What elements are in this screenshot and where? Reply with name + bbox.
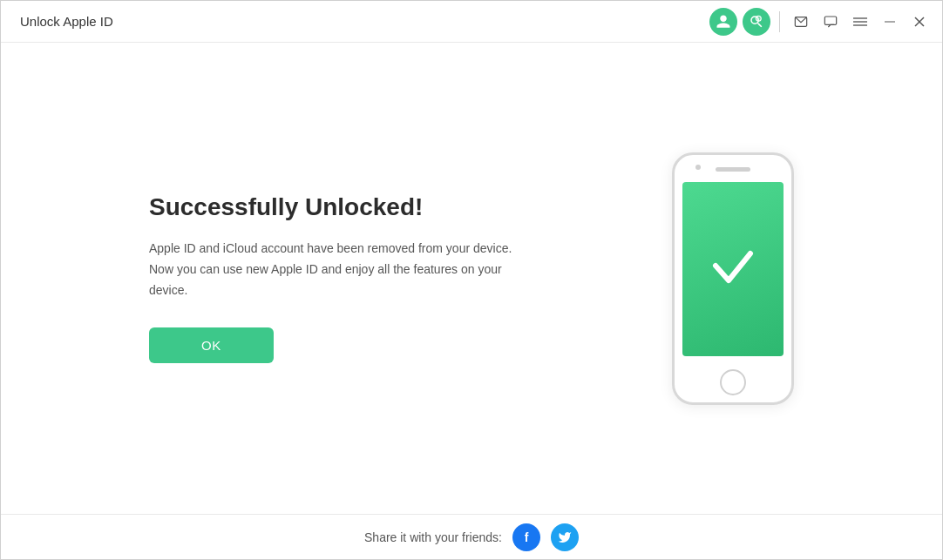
ok-button[interactable]: OK [149,327,274,363]
mail-icon[interactable] [789,10,813,34]
facebook-share-button[interactable]: f [512,523,540,551]
svg-rect-4 [824,17,836,24]
svg-rect-5 [853,17,867,18]
title-bar-controls: i [709,8,932,36]
user-account-icon[interactable] [709,8,737,36]
success-description: Apple ID and iCloud account have been re… [149,239,533,300]
phone-device [672,152,794,405]
success-desc-line2: Now you can use new Apple ID and enjoy a… [149,262,502,297]
phone-camera [695,165,701,170]
app-title: Unlock Apple ID [20,14,113,29]
minimize-button[interactable] [878,10,902,34]
title-bar-left: Unlock Apple ID [11,14,709,29]
divider [779,11,780,32]
search-account-icon[interactable]: i [743,8,770,36]
share-text: Share it with your friends: [364,530,502,544]
menu-icon[interactable] [848,10,872,34]
phone-screen [682,182,784,356]
svg-rect-6 [853,21,867,22]
content-layout: Successfully Unlocked! Apple ID and iClo… [1,152,942,405]
close-button[interactable] [907,10,932,34]
success-desc-line1: Apple ID and iCloud account have been re… [149,241,512,255]
svg-text:i: i [757,17,758,21]
phone-home-button [720,369,746,395]
left-section: Successfully Unlocked! Apple ID and iClo… [149,193,567,362]
phone-illustration [672,152,794,405]
twitter-bird-icon [558,530,572,544]
checkmark-icon [707,240,759,299]
facebook-icon: f [525,530,529,544]
phone-speaker [716,167,750,172]
success-title: Successfully Unlocked! [149,193,567,221]
message-icon[interactable] [818,10,843,34]
title-bar: Unlock Apple ID i [1,1,942,43]
footer: Share it with your friends: f [1,514,942,559]
svg-rect-7 [853,24,867,25]
twitter-share-button[interactable] [551,523,579,551]
main-content: Successfully Unlocked! Apple ID and iClo… [1,43,942,514]
svg-rect-8 [885,21,895,22]
